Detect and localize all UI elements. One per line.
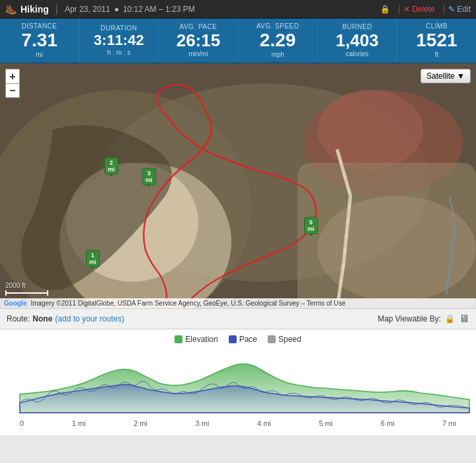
pipe-separator2: | [443,3,446,15]
stat-calories: Burned 1,403 calories [318,19,397,62]
chart-legend: Elevation Pace Speed [0,335,476,344]
pace-label: Avg. Pace [179,23,217,30]
x-label-4: 4 mi [257,419,271,427]
map-zoom-controls: + − [5,69,20,98]
x-label-2: 2 mi [134,419,147,427]
duration-label: Duration [100,24,137,32]
distance-unit: mi [36,51,43,58]
zoom-in-button[interactable]: + [5,69,20,83]
x-label-7: 7 mi [442,419,456,427]
google-logo: Google [4,300,26,307]
stat-climb: Climb 1521 ft [397,19,476,62]
x-label-1: 1 mi [72,419,86,427]
stat-distance: Distance 7.31 mi [0,19,79,62]
svg-point-6 [317,90,423,169]
route-bar: Route: None (add to your routes) Map Vie… [0,308,476,329]
climb-value: 1521 [416,31,457,50]
legend-pace: Pace [229,335,257,344]
x-label-6: 6 mi [381,419,395,427]
duration-unit: h : m : s [107,49,131,56]
privacy-lock-icon: 🔒 [380,5,390,14]
viewable-monitor-icon[interactable]: 🖥 [459,313,469,325]
map-container[interactable]: + − Satellite ▼ 1mi 2mi 3mi 5mi 6mi 7mi … [0,63,476,308]
viewable-lock-icon[interactable]: 🔒 [445,314,455,323]
route-label: Route: [7,314,30,323]
title-area: 🥾 Hiking | Apr 23, 2011 ● 10:12 AM – 1:2… [5,3,195,15]
distance-value: 7.31 [21,31,58,50]
scale-bar-graphic [5,290,48,296]
add-route-link[interactable]: (add to your routes) [55,314,124,323]
speed-value: 2.29 [260,31,296,50]
climb-unit: ft [435,51,439,58]
x-label-3: 3 mi [196,419,210,427]
time-separator: ● [114,5,119,14]
map-viewable-section: Map Viewable By: 🔒 🖥 [377,313,469,325]
map-attribution: Google Imagery ©2011 DigitalGlobe, USDA … [0,298,476,308]
svg-rect-13 [47,290,48,296]
mile-marker-2: 2mi [104,157,118,175]
stat-speed: Avg. Speed 2.29 mph [239,19,318,62]
satellite-label: Satellite ▼ [426,71,465,81]
speed-label: Avg. Speed [257,22,299,30]
legend-speed: Speed [268,335,301,344]
climb-label: Climb [426,22,448,30]
activity-date: Apr 23, 2011 [65,5,110,14]
satellite-toggle-button[interactable]: Satellite ▼ [420,69,471,83]
map-scale: 2000 ft [5,282,48,296]
elevation-chart [0,347,476,419]
stat-pace: Avg. Pace 26:15 min/mi [159,19,238,62]
x-label-5: 5 mi [319,419,333,427]
chart-x-axis: 0 1 mi 2 mi 3 mi 4 mi 5 mi 6 mi 7 mi [0,419,476,427]
mile-marker-1: 1mi [86,250,100,267]
mile-marker-3: 3mi [142,168,156,185]
calories-unit: calories [346,50,368,58]
stats-bar: Distance 7.31 mi Duration 3:11:42 h : m … [0,19,476,63]
viewable-label: Map Viewable By: [377,314,441,323]
speed-legend-label: Speed [278,335,301,344]
zoom-out-button[interactable]: − [5,83,20,98]
edit-button[interactable]: ✎ Edit [448,5,471,14]
header-bar: 🥾 Hiking | Apr 23, 2011 ● 10:12 AM – 1:2… [0,0,476,19]
activity-time: 10:12 AM – 1:23 PM [123,5,195,14]
stat-duration: Duration 3:11:42 h : m : s [79,19,159,62]
pace-unit: min/mi [188,50,208,58]
activity-title: Hiking [20,4,49,15]
pace-legend-dot [229,335,237,343]
elevation-legend-label: Elevation [185,335,218,344]
mile-marker-5: 5mi [304,217,318,234]
scale-label: 2000 ft [5,282,26,289]
map-background [0,63,476,308]
calories-value: 1,403 [336,32,379,49]
header-divider: | [56,3,58,15]
elevation-legend-dot [175,335,182,343]
route-value: None [32,314,52,323]
chart-area: Elevation Pace Speed [0,329,476,435]
pace-value: 26:15 [177,32,221,49]
pipe-separator: | [398,3,401,15]
duration-value: 3:11:42 [94,33,144,48]
calories-label: Burned [342,23,372,30]
svg-rect-11 [5,292,48,294]
delete-button[interactable]: ✕ Delete [403,5,435,14]
attribution-text: Imagery ©2011 DigitalGlobe, USDA Farm Se… [30,300,345,307]
hiking-icon: 🥾 [5,4,17,15]
speed-legend-dot [268,335,276,343]
distance-label: Distance [22,22,58,30]
chart-svg-container [0,347,476,419]
svg-rect-12 [5,290,7,296]
pace-legend-label: Pace [239,335,257,344]
legend-elevation: Elevation [175,335,218,344]
x-label-0: 0 [20,419,24,427]
speed-unit: mph [271,51,284,58]
